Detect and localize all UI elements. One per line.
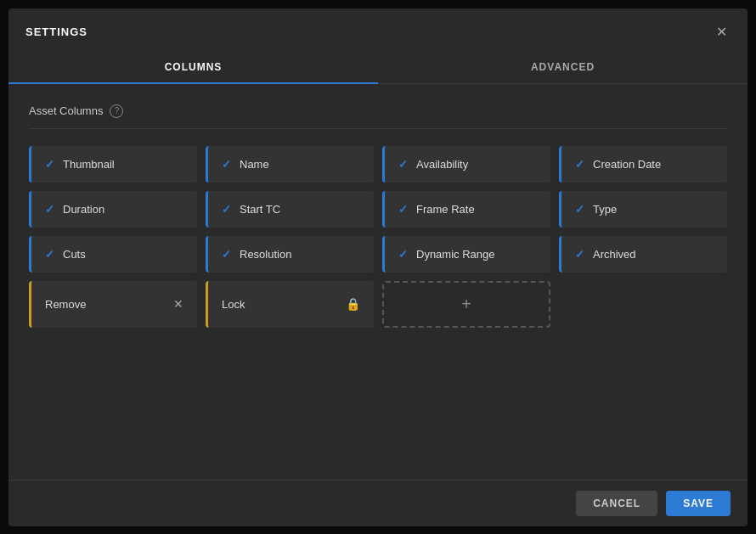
column-item-type[interactable]: ✓ Type: [559, 191, 727, 228]
column-item-dynamic-range[interactable]: ✓ Dynamic Range: [382, 236, 550, 273]
modal-header: SETTINGS ✕: [8, 8, 748, 42]
check-icon: ✓: [45, 203, 54, 216]
plus-icon: +: [461, 295, 471, 314]
remove-icon: ✕: [173, 297, 183, 311]
column-label: Start TC: [240, 203, 280, 216]
column-item-creation-date[interactable]: ✓ Creation Date: [559, 146, 727, 183]
column-item-cuts[interactable]: ✓ Cuts: [29, 236, 197, 273]
lock-label: Lock: [222, 298, 245, 311]
check-icon: ✓: [398, 203, 408, 216]
modal-title: SETTINGS: [25, 25, 87, 38]
column-item-name[interactable]: ✓ Name: [206, 146, 374, 183]
column-label: Thumbnail: [63, 158, 115, 171]
tab-bar: COLUMNS ADVANCED: [8, 51, 748, 84]
column-label: Cuts: [63, 248, 86, 261]
check-icon: ✓: [398, 158, 408, 171]
settings-modal: SETTINGS ✕ COLUMNS ADVANCED Asset Column…: [8, 8, 748, 526]
cancel-button[interactable]: CANCEL: [576, 491, 657, 516]
check-icon: ✓: [222, 248, 231, 261]
check-icon: ✓: [398, 248, 408, 261]
tab-advanced[interactable]: ADVANCED: [378, 51, 748, 83]
column-item-thumbnail[interactable]: ✓ Thumbnail: [29, 146, 197, 183]
column-label: Creation Date: [593, 158, 661, 171]
column-label: Archived: [593, 248, 636, 261]
help-icon[interactable]: ?: [110, 104, 123, 118]
column-label: Resolution: [240, 248, 291, 261]
save-button[interactable]: SAVE: [666, 491, 731, 516]
empty-slot: [559, 281, 727, 328]
column-label: Type: [593, 203, 617, 216]
modal-overlay: SETTINGS ✕ COLUMNS ADVANCED Asset Column…: [0, 0, 756, 534]
tab-columns[interactable]: COLUMNS: [8, 51, 378, 83]
column-label: Frame Rate: [416, 203, 475, 216]
column-label: Duration: [63, 203, 104, 216]
column-item-archived[interactable]: ✓ Archived: [559, 236, 727, 273]
check-icon: ✓: [575, 203, 584, 216]
column-label: Name: [240, 158, 269, 171]
section-divider: [29, 128, 727, 129]
check-icon: ✓: [575, 158, 584, 171]
column-item-resolution[interactable]: ✓ Resolution: [206, 236, 374, 273]
add-column-item[interactable]: +: [382, 281, 550, 328]
check-icon: ✓: [45, 158, 54, 171]
modal-footer: CANCEL SAVE: [8, 480, 748, 526]
column-item-frame-rate[interactable]: ✓ Frame Rate: [382, 191, 550, 228]
lock-icon: 🔒: [346, 297, 360, 311]
column-item-availability[interactable]: ✓ Availability: [382, 146, 550, 183]
column-item-start-tc[interactable]: ✓ Start TC: [206, 191, 374, 228]
section-title: Asset Columns ?: [29, 104, 727, 118]
check-icon: ✓: [45, 248, 54, 261]
check-icon: ✓: [222, 203, 231, 216]
remove-column-item[interactable]: Remove ✕: [29, 281, 197, 328]
modal-body: Asset Columns ? ✓ Thumbnail ✓ Name ✓ Ava…: [8, 84, 748, 480]
check-icon: ✓: [575, 248, 584, 261]
column-label: Availability: [416, 158, 468, 171]
columns-grid: ✓ Thumbnail ✓ Name ✓ Availability ✓ Crea…: [29, 146, 727, 273]
extra-row: Remove ✕ Lock 🔒 +: [29, 281, 727, 328]
check-icon: ✓: [222, 158, 231, 171]
remove-label: Remove: [45, 298, 86, 311]
column-label: Dynamic Range: [416, 248, 495, 261]
close-button[interactable]: ✕: [713, 22, 731, 42]
column-item-duration[interactable]: ✓ Duration: [29, 191, 197, 228]
lock-column-item[interactable]: Lock 🔒: [206, 281, 374, 328]
